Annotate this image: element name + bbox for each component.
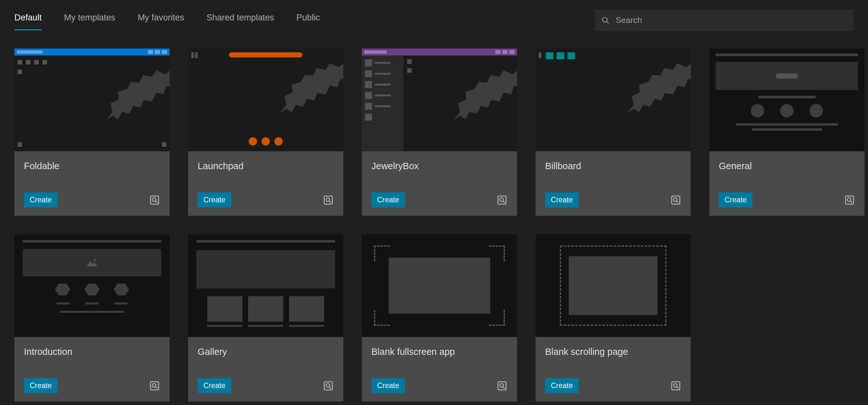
template-title: General — [719, 161, 855, 171]
card-body: JewelryBox Create — [362, 151, 517, 216]
template-preview — [535, 234, 691, 337]
template-card-blank-scrolling[interactable]: Blank scrolling page Create — [535, 234, 691, 402]
card-body: Foldable Create — [14, 151, 169, 216]
svg-line-13 — [677, 201, 679, 203]
svg-rect-5 — [324, 196, 333, 204]
template-title: Introduction — [24, 347, 160, 357]
svg-point-12 — [674, 198, 677, 201]
create-button[interactable]: Create — [545, 378, 579, 393]
template-card-gallery[interactable]: Gallery Create — [188, 234, 343, 402]
svg-rect-19 — [150, 382, 159, 390]
search-bar — [595, 9, 854, 31]
svg-rect-2 — [150, 196, 159, 204]
tab-my-templates[interactable]: My templates — [64, 13, 116, 28]
svg-rect-25 — [498, 382, 506, 390]
preview-icon[interactable] — [149, 380, 160, 391]
card-body: Blank fullscreen app Create — [362, 337, 517, 402]
card-body: General Create — [709, 151, 865, 216]
template-title: Billboard — [545, 161, 681, 171]
template-grid: Foldable Create Launchpad Create — [14, 48, 854, 402]
card-body: Billboard Create — [535, 151, 691, 216]
svg-marker-17 — [87, 261, 97, 267]
preview-icon[interactable] — [670, 195, 681, 206]
card-body: Launchpad Create — [188, 151, 343, 216]
svg-point-0 — [602, 17, 607, 22]
template-card-launchpad[interactable]: Launchpad Create — [188, 48, 343, 216]
create-button[interactable]: Create — [24, 193, 58, 207]
svg-point-26 — [500, 383, 503, 387]
preview-icon[interactable] — [149, 195, 160, 206]
tabs: Default My templates My favorites Shared… — [14, 13, 320, 28]
svg-line-1 — [607, 22, 609, 24]
template-title: Blank scrolling page — [545, 347, 681, 357]
svg-point-20 — [152, 383, 156, 387]
template-card-foldable[interactable]: Foldable Create — [14, 48, 169, 216]
template-preview — [188, 48, 343, 151]
svg-rect-8 — [498, 196, 506, 204]
svg-rect-22 — [324, 382, 333, 390]
create-button[interactable]: Create — [198, 378, 231, 393]
template-title: Foldable — [24, 161, 160, 171]
svg-line-21 — [156, 386, 157, 389]
tab-default[interactable]: Default — [14, 13, 42, 28]
svg-line-30 — [677, 386, 679, 389]
create-button[interactable]: Create — [371, 193, 405, 207]
template-preview — [14, 234, 169, 337]
tab-public[interactable]: Public — [297, 13, 320, 28]
create-button[interactable]: Create — [719, 193, 752, 207]
template-card-blank-fullscreen[interactable]: Blank fullscreen app Create — [362, 234, 517, 402]
preview-icon[interactable] — [497, 195, 507, 206]
svg-line-7 — [329, 201, 331, 203]
template-title: Blank fullscreen app — [371, 347, 507, 357]
card-body: Blank scrolling page Create — [535, 337, 691, 402]
template-title: Gallery — [198, 347, 334, 357]
card-body: Introduction Create — [14, 337, 169, 402]
search-input[interactable] — [595, 9, 854, 31]
template-preview — [188, 234, 343, 337]
svg-line-24 — [329, 386, 331, 389]
template-title: Launchpad — [198, 161, 334, 171]
svg-rect-14 — [845, 196, 854, 204]
tab-shared-templates[interactable]: Shared templates — [207, 13, 274, 28]
template-title: JewelryBox — [371, 161, 507, 171]
create-button[interactable]: Create — [545, 193, 579, 207]
create-button[interactable]: Create — [371, 378, 405, 393]
template-preview — [535, 48, 691, 151]
template-preview — [362, 48, 517, 151]
svg-point-18 — [94, 259, 96, 261]
create-button[interactable]: Create — [24, 378, 58, 393]
svg-line-27 — [503, 386, 505, 389]
svg-line-10 — [503, 201, 505, 203]
card-body: Gallery Create — [188, 337, 343, 402]
tab-my-favorites[interactable]: My favorites — [137, 13, 184, 28]
preview-icon[interactable] — [497, 380, 507, 391]
svg-line-16 — [850, 201, 852, 203]
template-card-general[interactable]: General Create — [709, 48, 865, 216]
top-bar: Default My templates My favorites Shared… — [14, 9, 854, 31]
svg-rect-11 — [672, 196, 680, 204]
search-icon — [601, 16, 610, 25]
svg-line-4 — [156, 201, 157, 203]
preview-icon[interactable] — [323, 195, 334, 206]
preview-icon[interactable] — [844, 195, 855, 206]
preview-icon[interactable] — [323, 380, 334, 391]
svg-point-9 — [500, 198, 503, 201]
template-preview — [362, 234, 517, 337]
template-card-billboard[interactable]: Billboard Create — [535, 48, 691, 216]
template-preview — [709, 48, 865, 151]
svg-point-29 — [674, 383, 677, 387]
svg-point-23 — [326, 383, 330, 387]
svg-point-3 — [152, 198, 156, 201]
create-button[interactable]: Create — [198, 193, 231, 207]
preview-icon[interactable] — [670, 380, 681, 391]
svg-point-15 — [847, 198, 851, 201]
svg-rect-28 — [672, 382, 680, 390]
svg-point-6 — [326, 198, 330, 201]
template-card-jewelrybox[interactable]: JewelryBox Create — [362, 48, 517, 216]
template-card-introduction[interactable]: Introduction Create — [14, 234, 169, 402]
template-preview — [14, 48, 169, 151]
